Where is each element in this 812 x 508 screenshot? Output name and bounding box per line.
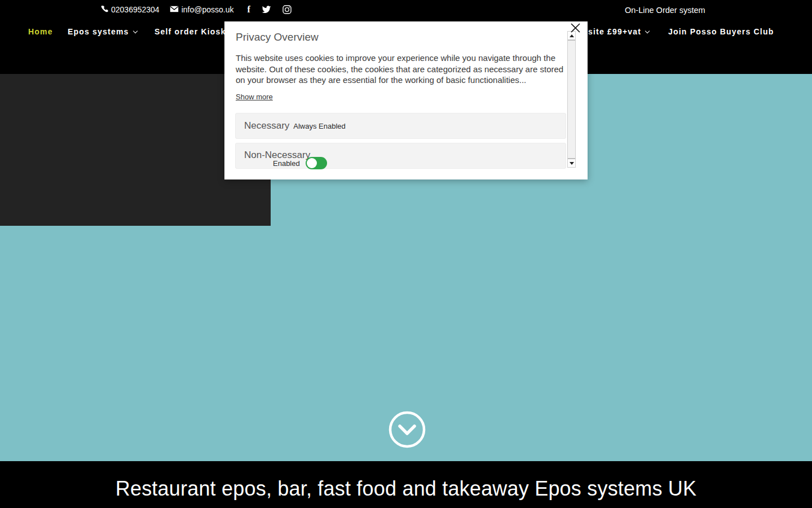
chevron-down-circle-icon xyxy=(388,410,426,449)
modal-scrollbar[interactable] xyxy=(567,31,576,168)
social-links: f xyxy=(247,5,291,15)
phone-link[interactable]: 02036952304 xyxy=(100,5,160,15)
scrollbar-thumb[interactable] xyxy=(568,40,575,159)
email-address: info@posso.uk xyxy=(182,5,234,14)
email-link[interactable]: info@posso.uk xyxy=(170,5,234,14)
section-name: Necessary xyxy=(244,120,289,132)
page-title: Restaurant epos, bar, fast food and take… xyxy=(116,469,697,501)
scrollbar-down-button[interactable] xyxy=(568,159,575,167)
modal-title: Privacy Overview xyxy=(236,31,319,43)
nav-item-home[interactable]: Home xyxy=(28,27,53,36)
nav-item-website-99[interactable]: site £99+vat xyxy=(588,27,649,36)
phone-icon xyxy=(100,5,108,15)
chevron-down-icon xyxy=(645,28,650,33)
toggle-knob xyxy=(307,158,317,168)
phone-number: 02036952304 xyxy=(111,5,160,14)
close-icon xyxy=(570,22,582,34)
cookie-section-non-necessary[interactable]: Non-Necessary Enabled xyxy=(235,143,566,169)
instagram-icon[interactable] xyxy=(283,5,292,14)
topbar-contact-group: 02036952304 info@posso.uk f xyxy=(100,5,292,15)
scroll-down-button[interactable] xyxy=(388,410,426,449)
nav-item-join-posso-buyers-club[interactable]: Join Posso Buyers Club xyxy=(668,27,774,36)
twitter-icon[interactable] xyxy=(262,6,271,14)
non-necessary-status-row: Enabled xyxy=(273,157,327,169)
cookie-description: This website uses cookies to improve you… xyxy=(236,52,565,86)
bottom-banner: Restaurant epos, bar, fast food and take… xyxy=(0,461,812,508)
triangle-down-icon xyxy=(570,162,574,165)
close-button[interactable] xyxy=(570,22,582,34)
nav-item-self-order-kiosk[interactable]: Self order Kiosk xyxy=(155,27,226,36)
topbar: 02036952304 info@posso.uk f On-Line Orde… xyxy=(0,0,812,20)
triangle-up-icon xyxy=(570,34,574,37)
chevron-down-icon xyxy=(133,28,137,33)
facebook-icon[interactable]: f xyxy=(247,5,250,15)
cookie-section-necessary[interactable]: Necessary Always Enabled xyxy=(235,113,566,139)
section-status: Always Enabled xyxy=(293,122,346,130)
online-order-system-link[interactable]: On-Line Order system xyxy=(625,6,705,15)
show-more-link[interactable]: Show more xyxy=(236,93,273,101)
privacy-overview-modal: Privacy Overview This website uses cooki… xyxy=(224,21,588,179)
section-status: Enabled xyxy=(273,159,300,168)
nav-item-epos-systems[interactable]: Epos systems xyxy=(68,27,137,36)
envelope-icon xyxy=(170,5,179,14)
non-necessary-toggle[interactable] xyxy=(306,157,327,169)
